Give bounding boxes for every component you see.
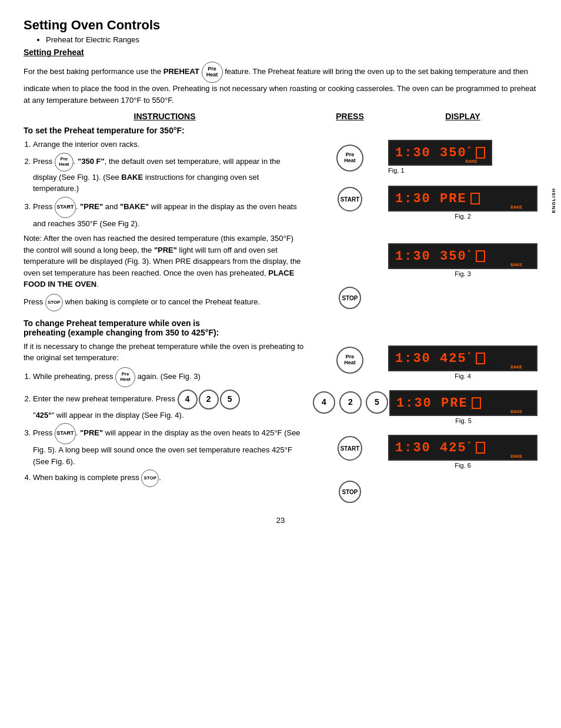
step-2-2: Enter the new preheat temperature. Press… <box>33 390 306 421</box>
lcd-fig1-bake: BAKE <box>466 159 477 163</box>
steps-list-1: Arrange the interior oven racks. Press P… <box>33 139 306 229</box>
lcd-fig3-square <box>476 250 485 262</box>
row-stop: STOP <box>312 280 537 310</box>
start-btn-step23: START <box>55 423 76 444</box>
instructions-column: INSTRUCTIONS To set the Preheat temperat… <box>24 112 312 504</box>
lcd-fig1-square <box>476 147 485 159</box>
lcd-fig6: 1:30 425° BAKE <box>388 435 537 461</box>
stop-paragraph: Press STOP when baking is complete or to… <box>24 294 306 311</box>
lcd-fig1-text: 1:30 350° <box>395 145 472 160</box>
main-content-area: INSTRUCTIONS To set the Preheat temperat… <box>24 112 537 504</box>
press-stop-1: STOP <box>312 286 388 310</box>
subsection1-title: To set the Preheat temperature for 350°F… <box>24 126 306 135</box>
display-fig5-container: 1:30 PRE BAKE Fig. 5 <box>389 390 537 427</box>
lcd-fig2-text: 1:30 PRE <box>395 192 467 206</box>
display-fig4-container: 1:30 425° BAKE Fig. 4 <box>388 345 537 382</box>
start-button-2[interactable]: START <box>338 436 362 461</box>
step-1-2: Press PreHeat. "350 F", the default oven… <box>33 153 306 194</box>
step-2-4: When baking is complete press STOP. <box>33 469 306 487</box>
lcd-fig5-text: 1:30 PRE <box>396 396 468 411</box>
press-stop-2: STOP <box>312 479 388 504</box>
row-s2-stop: STOP <box>312 471 537 504</box>
display-fig6-container: 1:30 425° BAKE Fig. 6 <box>388 435 537 471</box>
lcd-fig3: 1:30 350° BAKE <box>388 243 537 269</box>
step-2-3: Press START. "PRE" will appear in the di… <box>33 423 306 467</box>
step-1-1: Arrange the interior oven racks. <box>33 139 306 150</box>
display-col-header: DISPLAY <box>388 112 537 126</box>
fig4-label: Fig. 4 <box>388 373 537 380</box>
fig6-label: Fig. 6 <box>388 462 537 469</box>
stop-button-2[interactable]: STOP <box>339 481 361 503</box>
stop-button-1[interactable]: STOP <box>339 287 361 309</box>
number-5-button[interactable]: 5 <box>366 391 388 414</box>
sidebar-text: ENGLISH <box>551 188 556 213</box>
start-btn-step3: START <box>55 197 76 218</box>
stop-btn-inline: STOP <box>45 294 63 311</box>
step-1-3: Press START. "PRE" and "BAKE" will appea… <box>33 197 306 230</box>
number-4-button[interactable]: 4 <box>313 391 335 414</box>
num5-inline: 5 <box>220 390 240 410</box>
lcd-fig4-square <box>476 353 485 364</box>
lcd-fig4: 1:30 425° BAKE <box>388 345 537 371</box>
preheat-button-inline: PreHeat <box>202 62 223 83</box>
lcd-fig5-bake: BAKE <box>510 410 522 414</box>
lcd-fig4-bake: BAKE <box>510 365 522 369</box>
row-s2-step3: START 1:30 425° BAKE Fig. 6 <box>312 427 537 471</box>
display-fig1-container: 1:30 350° BAKE Fig. 1 <box>388 140 537 176</box>
intro-paragraph: For the best baking performance use the … <box>24 62 537 106</box>
preheat-btn-heat-text: Heat <box>344 158 356 164</box>
press-preheat-1: Pre Heat <box>312 140 388 173</box>
start-button-1[interactable]: START <box>338 187 362 212</box>
lcd-fig4-text: 1:30 425° <box>395 351 472 366</box>
display-fig3-container: 1:30 350° BAKE Fig. 3 <box>388 243 537 280</box>
sidebar-vertical-text: ENGLISH <box>551 188 556 213</box>
press-preheat-2: Pre Heat <box>312 345 388 375</box>
step-2-1: While preheating, press PreHeat again. (… <box>33 367 306 387</box>
lcd-fig6-square <box>476 442 485 454</box>
fig5-label: Fig. 5 <box>389 417 537 424</box>
row-fig3: 1:30 350° BAKE Fig. 3 <box>312 222 537 280</box>
lcd-fig6-text: 1:30 425° <box>395 440 472 455</box>
lcd-fig2-bake: BAKE <box>510 205 522 209</box>
section-heading-preheat: Setting Preheat <box>24 48 537 57</box>
lcd-fig5: 1:30 PRE BAKE <box>389 390 537 416</box>
page-number: 23 <box>24 516 537 525</box>
row-s2-step1: Pre Heat 1:30 425° BAKE Fig. 4 <box>312 310 537 382</box>
fig1-label: Fig. 1 <box>388 167 405 174</box>
lcd-fig2: 1:30 PRE BAKE <box>388 186 537 212</box>
press-col-header: PRESS <box>312 112 388 126</box>
lcd-fig2-square <box>470 193 480 204</box>
preheat-button-1[interactable]: Pre Heat <box>336 145 363 172</box>
num4-inline: 4 <box>178 390 198 410</box>
fig2-label: Fig. 2 <box>388 213 537 220</box>
page-title: Setting Oven Controls <box>24 18 537 33</box>
right-columns: PRESS DISPLAY Pre Heat 1:30 350° BAKE F <box>312 112 537 504</box>
preheat-btn-step21: PreHeat <box>115 367 135 387</box>
press-start-2: START <box>312 435 388 462</box>
row-step3: START 1:30 PRE BAKE Fig. 2 <box>312 176 537 222</box>
bullet-preheat: Preheat for Electric Ranges <box>46 35 537 44</box>
number-buttons-inline: 4 2 5 <box>178 390 240 410</box>
press-numbers: 4 2 5 <box>312 390 389 415</box>
subsection2-block: To change Preheat temperature while oven… <box>24 318 306 488</box>
lcd-fig5-square <box>472 397 481 409</box>
press-start-1: START <box>312 186 388 213</box>
row-step2: Pre Heat 1:30 350° BAKE Fig. 1 <box>312 126 537 176</box>
lcd-fig3-bake: BAKE <box>510 263 522 267</box>
preheat-button-2[interactable]: Pre Heat <box>336 347 363 374</box>
steps-list-2: While preheating, press PreHeat again. (… <box>33 367 306 488</box>
stop-btn-step24: STOP <box>141 469 159 487</box>
subsection2-intro: If it is necessary to change the preheat… <box>24 341 306 364</box>
subsection2-title: To change Preheat temperature while oven… <box>24 318 306 337</box>
number-2-button[interactable]: 2 <box>339 391 362 414</box>
lcd-fig3-text: 1:30 350° <box>395 249 472 264</box>
num2-inline: 2 <box>199 390 219 410</box>
display-fig2-container: 1:30 PRE BAKE Fig. 2 <box>388 186 537 222</box>
lcd-fig6-bake: BAKE <box>510 454 522 458</box>
fig3-label: Fig. 3 <box>388 270 537 277</box>
preheat-btn2-heat: Heat <box>344 360 356 366</box>
lcd-fig1: 1:30 350° BAKE <box>388 140 492 166</box>
preheat-btn-step2: PreHeat <box>55 153 74 172</box>
instructions-header: INSTRUCTIONS <box>24 112 306 121</box>
note-paragraph: Note: After the oven has reached the des… <box>24 233 306 290</box>
